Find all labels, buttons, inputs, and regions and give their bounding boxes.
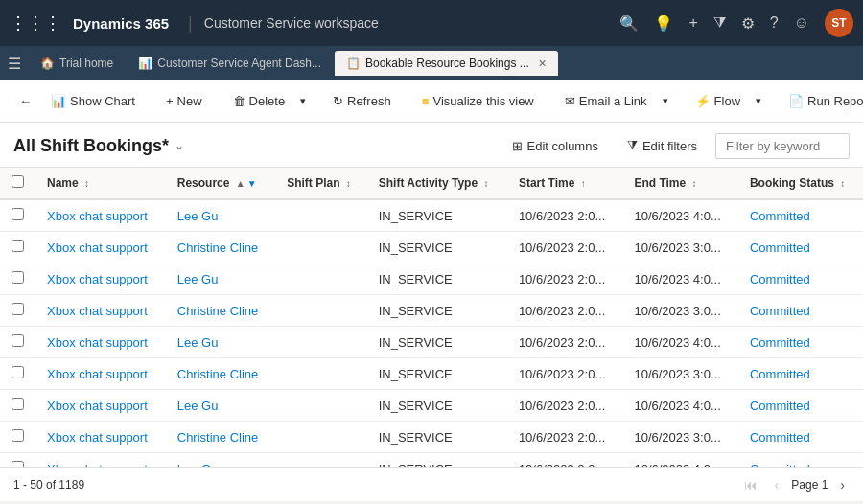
row-checkbox[interactable]	[12, 398, 24, 410]
delete-dropdown-arrow[interactable]: ▾	[296, 90, 310, 112]
row-checkbox[interactable]	[12, 271, 24, 284]
row-shiftplan	[275, 453, 367, 468]
resource-link[interactable]: Lee Gu	[177, 209, 219, 223]
row-start-time: 10/6/2023 2:0...	[507, 263, 623, 295]
row-checkbox-cell[interactable]	[0, 358, 35, 390]
name-link[interactable]: Xbox chat support	[47, 241, 148, 255]
edit-filters-button[interactable]: ⧩ Edit filters	[617, 132, 708, 159]
next-page-button[interactable]: ›	[835, 475, 850, 494]
show-chart-button[interactable]: 📊 Show Chart	[43, 89, 143, 113]
row-resource[interactable]: Lee Gu	[166, 327, 275, 358]
row-checkbox-cell[interactable]	[0, 422, 35, 453]
row-name[interactable]: Xbox chat support	[35, 453, 166, 468]
row-checkbox-cell[interactable]	[0, 453, 35, 468]
row-checkbox-cell[interactable]	[0, 232, 35, 263]
row-name[interactable]: Xbox chat support	[35, 327, 166, 358]
flow-button[interactable]: ⚡ Flow	[688, 89, 748, 113]
row-resource[interactable]: Christine Cline	[166, 358, 275, 390]
row-checkbox[interactable]	[12, 303, 24, 315]
email-link-button[interactable]: ✉ Email a Link	[557, 89, 655, 113]
resource-link[interactable]: Christine Cline	[177, 367, 259, 381]
name-link[interactable]: Xbox chat support	[47, 462, 148, 468]
row-resource[interactable]: Christine Cline	[166, 422, 275, 453]
prev-page-button[interactable]: ‹	[770, 475, 784, 494]
run-report-button[interactable]: 📄 Run Report	[781, 89, 863, 113]
search-icon[interactable]: 🔍	[619, 14, 639, 33]
row-checkbox[interactable]	[12, 208, 24, 220]
name-link[interactable]: Xbox chat support	[47, 272, 148, 286]
name-link[interactable]: Xbox chat support	[47, 304, 148, 318]
row-checkbox[interactable]	[12, 366, 24, 378]
tab-bookable-resource[interactable]: 📋 Bookable Resource Bookings ... ✕	[335, 51, 558, 76]
resource-link[interactable]: Lee Gu	[177, 335, 219, 350]
row-checkbox[interactable]	[12, 334, 24, 347]
row-checkbox[interactable]	[12, 429, 24, 442]
row-checkbox-cell[interactable]	[0, 295, 35, 327]
row-resource[interactable]: Lee Gu	[166, 263, 275, 295]
avatar[interactable]: ST	[825, 9, 853, 37]
row-resource[interactable]: Christine Cline	[166, 232, 275, 263]
row-checkbox[interactable]	[12, 461, 24, 467]
row-resource[interactable]: Lee Gu	[166, 453, 275, 468]
resource-link[interactable]: Christine Cline	[177, 304, 259, 318]
row-checkbox-cell[interactable]	[0, 263, 35, 295]
refresh-button[interactable]: ↻ Refresh	[325, 89, 399, 113]
row-name[interactable]: Xbox chat support	[35, 263, 166, 295]
col-header-name[interactable]: Name ↕	[35, 168, 166, 199]
col-header-activity-type[interactable]: Shift Activity Type ↕	[367, 168, 507, 199]
lightbulb-icon[interactable]: 💡	[654, 14, 673, 33]
row-booking-status: Committed	[738, 263, 863, 295]
name-link[interactable]: Xbox chat support	[47, 399, 148, 413]
col-header-resource[interactable]: Resource ▲▼	[166, 168, 275, 199]
resource-link[interactable]: Lee Gu	[177, 399, 219, 413]
smiley-icon[interactable]: ☺	[794, 14, 809, 32]
hamburger-menu[interactable]: ☰	[8, 55, 21, 73]
resource-link[interactable]: Christine Cline	[177, 430, 259, 445]
name-link[interactable]: Xbox chat support	[47, 335, 148, 350]
name-link[interactable]: Xbox chat support	[47, 209, 148, 223]
app-grid-icon[interactable]: ⋮⋮⋮	[10, 12, 61, 34]
row-name[interactable]: Xbox chat support	[35, 199, 166, 232]
row-name[interactable]: Xbox chat support	[35, 358, 166, 390]
col-header-end-time[interactable]: End Time ↕	[622, 168, 738, 199]
name-link[interactable]: Xbox chat support	[47, 430, 148, 445]
row-checkbox[interactable]	[12, 240, 24, 252]
select-all-checkbox[interactable]	[12, 175, 24, 188]
tab-trial-home[interactable]: 🏠 Trial home	[29, 51, 125, 76]
help-icon[interactable]: ?	[770, 14, 779, 32]
row-checkbox-cell[interactable]	[0, 199, 35, 232]
resource-link[interactable]: Christine Cline	[177, 241, 259, 255]
row-resource[interactable]: Lee Gu	[166, 199, 275, 232]
row-checkbox-cell[interactable]	[0, 390, 35, 422]
first-page-button[interactable]: ⏮	[739, 475, 762, 494]
funnel-icon[interactable]: ⧩	[713, 14, 726, 32]
new-button[interactable]: + New	[158, 89, 210, 113]
settings-icon[interactable]: ⚙	[741, 14, 755, 33]
delete-button[interactable]: 🗑 Delete	[225, 89, 293, 113]
row-checkbox-cell[interactable]	[0, 327, 35, 358]
filter-keyword-input[interactable]	[715, 133, 850, 159]
col-header-shiftplan[interactable]: Shift Plan ↕	[275, 168, 367, 199]
tab-cs-agent-dash[interactable]: 📊 Customer Service Agent Dash...	[127, 51, 333, 76]
name-link[interactable]: Xbox chat support	[47, 367, 148, 381]
visualize-button[interactable]: ■ Visualize this view	[414, 89, 542, 113]
edit-columns-button[interactable]: ⊞ Edit columns	[501, 133, 609, 159]
row-resource[interactable]: Christine Cline	[166, 295, 275, 327]
col-header-booking-status[interactable]: Booking Status ↕	[738, 168, 863, 199]
select-all-header[interactable]	[0, 168, 35, 199]
email-dropdown-arrow[interactable]: ▾	[659, 90, 672, 112]
row-name[interactable]: Xbox chat support	[35, 232, 166, 263]
row-name[interactable]: Xbox chat support	[35, 295, 166, 327]
add-icon[interactable]: +	[688, 14, 697, 32]
tab-close-button[interactable]: ✕	[538, 57, 547, 70]
row-resource[interactable]: Lee Gu	[166, 390, 275, 422]
back-button[interactable]: ←	[12, 89, 39, 113]
resource-link[interactable]: Lee Gu	[177, 272, 219, 286]
resource-link[interactable]: Lee Gu	[177, 462, 219, 468]
row-name[interactable]: Xbox chat support	[35, 390, 166, 422]
resource-filter-icon[interactable]: ▼	[247, 178, 257, 189]
flow-dropdown-arrow[interactable]: ▾	[752, 90, 765, 112]
col-header-start-time[interactable]: Start Time ↑	[507, 168, 623, 199]
row-name[interactable]: Xbox chat support	[35, 422, 166, 453]
title-chevron-icon[interactable]: ⌄	[175, 139, 184, 152]
